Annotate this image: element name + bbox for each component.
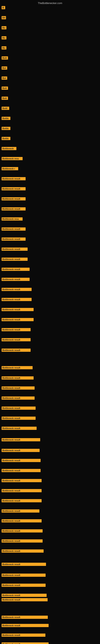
bottleneck-label-50: Bottleneck result: [1, 509, 39, 512]
bottleneck-label-2: B4: [1, 16, 6, 19]
bottleneck-label-29: Bottleneck result: [1, 288, 32, 291]
bottleneck-label-47: Bottleneck result: [1, 479, 42, 482]
bottleneck-label-55: Bottleneck result: [1, 563, 46, 566]
bottleneck-label-24: Bottleneck result: [1, 238, 26, 241]
bottleneck-label-8: Bot: [1, 76, 7, 80]
bottleneck-label-49: Bottleneck result: [1, 499, 42, 502]
bottleneck-label-1: B: [1, 6, 5, 9]
bottleneck-label-6: Bott: [1, 56, 8, 60]
bottleneck-label-54: Bottleneck result: [1, 550, 44, 553]
bottleneck-label-58: Bottleneck result: [1, 594, 47, 597]
bottleneck-label-53: Bottleneck result: [1, 539, 43, 542]
bottleneck-label-38: Bottleneck result: [1, 386, 35, 390]
bottleneck-label-28: Bottleneck result: [1, 278, 30, 281]
bottleneck-label-34: Bottleneck result: [1, 338, 31, 341]
bottleneck-label-26: Bottleneck result: [1, 258, 28, 261]
bottleneck-label-5: Bo: [1, 46, 6, 50]
bottleneck-label-41: Bottleneck result: [1, 416, 36, 420]
bottleneck-label-43: Bottleneck result: [1, 438, 40, 441]
bottleneck-label-56: Bottleneck result: [1, 574, 46, 577]
bottleneck-label-51: Bottleneck result: [1, 519, 42, 522]
bottleneck-label-45: Bottleneck result: [1, 459, 41, 462]
bottleneck-label-13: Bottle: [1, 127, 10, 130]
bottleneck-label-33: Bottleneck result: [1, 328, 31, 331]
bottleneck-label-63: Bottleneck result: [1, 642, 49, 644]
bottleneck-label-32: Bottleneck result: [1, 318, 34, 321]
bottleneck-label-4: Bo: [1, 36, 6, 40]
bottleneck-label-44: Bottleneck result: [1, 449, 40, 452]
bottleneck-label-57: Bottleneck result: [1, 584, 46, 587]
bottleneck-label-20: Bottleneck result: [1, 197, 26, 200]
bottleneck-label-11: Bottl: [1, 107, 9, 110]
bottleneck-label-18: Bottleneck result: [1, 177, 26, 180]
bottleneck-label-22: Bottleneck resu: [1, 217, 23, 220]
bottleneck-label-40: Bottleneck result: [1, 406, 36, 410]
bottleneck-label-48: Bottleneck result: [1, 489, 42, 492]
bottleneck-label-39: Bottleneck result: [1, 396, 35, 400]
bottleneck-label-16: Bottleneck resu: [1, 157, 23, 160]
bottleneck-label-15: Bottleneck: [1, 147, 16, 150]
bottleneck-label-7: Bot: [1, 66, 7, 70]
bottleneck-label-46: Bottleneck result: [1, 469, 41, 472]
bottleneck-label-25: Bottleneck result: [1, 248, 28, 251]
site-title: TheBottlenecker.com: [38, 2, 62, 5]
bottleneck-label-60: Bottleneck result: [1, 616, 48, 619]
bottleneck-label-42: Bottleneck result: [1, 427, 37, 430]
bottleneck-label-61: Bottleneck result: [1, 624, 49, 627]
bottleneck-label-52: Bottleneck result: [1, 529, 43, 532]
bottleneck-label-35: Bottleneck result: [1, 348, 31, 352]
bottleneck-label-31: Bottleneck result: [1, 308, 34, 311]
bottleneck-label-12: Bottle: [1, 117, 10, 120]
bottleneck-label-14: Bottle: [1, 137, 10, 140]
bottleneck-label-10: Bott: [1, 96, 8, 100]
bottleneck-label-9: Bott: [1, 86, 8, 90]
bottleneck-label-23: Bottleneck result: [1, 228, 26, 231]
bottleneck-label-19: Bottleneck result: [1, 187, 26, 190]
bottleneck-label-62: Bottleneck result: [1, 634, 46, 637]
bottleneck-label-21: Bottleneck result: [1, 207, 26, 210]
bottleneck-label-17: Bottleneck r: [1, 167, 18, 170]
bottleneck-label-27: Bottleneck result: [1, 268, 30, 271]
bottleneck-label-37: Bottleneck result: [1, 376, 34, 380]
bottleneck-label-36: Bottleneck result: [1, 366, 33, 369]
bottleneck-label-30: Bottleneck result: [1, 298, 32, 301]
bottleneck-label-59: Bottleneck result: [1, 598, 48, 601]
bottleneck-label-3: Bo: [1, 26, 6, 30]
